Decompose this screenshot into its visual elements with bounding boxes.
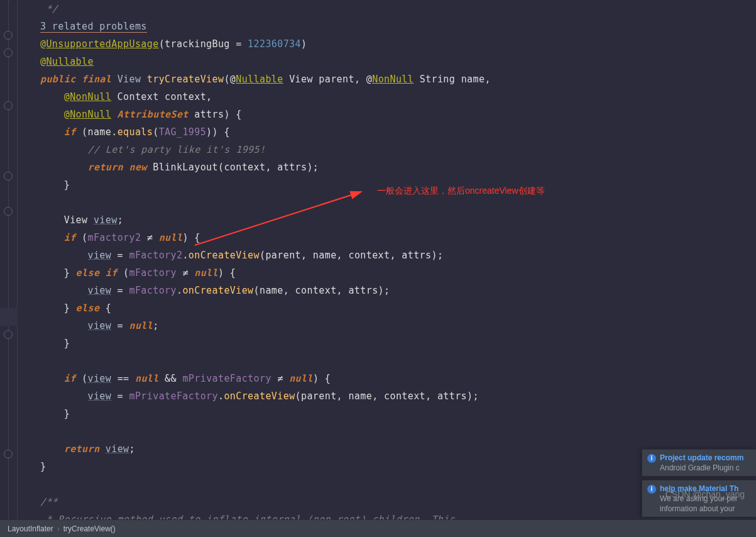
- gutter: [0, 0, 18, 519]
- fold-icon[interactable]: [4, 330, 13, 339]
- fold-icon[interactable]: [4, 101, 13, 110]
- breadcrumb-class[interactable]: LayoutInflater: [8, 524, 53, 533]
- annotation-text: 一般会进入这里，然后oncreateView创建等: [377, 185, 545, 197]
- chevron-right-icon: ›: [57, 524, 60, 533]
- breadcrumb[interactable]: LayoutInflater › tryCreateView(): [0, 519, 756, 537]
- code-editor[interactable]: */ 3 related problems @UnsupportedAppUsa…: [0, 0, 756, 519]
- fold-icon[interactable]: [4, 207, 13, 216]
- code-area[interactable]: */ 3 related problems @UnsupportedAppUsa…: [18, 0, 756, 519]
- watermark: CSDN @chan_yang: [666, 489, 745, 499]
- problems-hint[interactable]: 3 related problems: [40, 21, 147, 33]
- fold-icon[interactable]: [4, 48, 13, 57]
- fold-icon[interactable]: [4, 172, 13, 180]
- fold-icon[interactable]: [4, 450, 13, 458]
- breadcrumb-method[interactable]: tryCreateView(): [63, 524, 116, 533]
- fold-icon[interactable]: [4, 31, 13, 40]
- source-code[interactable]: */ 3 related problems @UnsupportedAppUsa…: [40, 0, 756, 519]
